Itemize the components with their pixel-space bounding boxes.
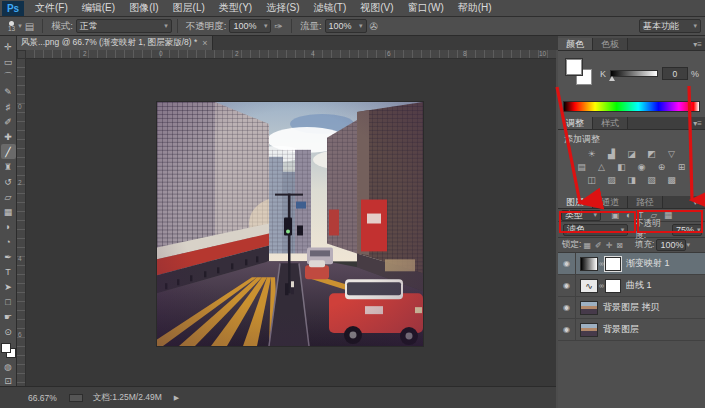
tablet-pressure-opacity-icon[interactable]: ✑ (274, 21, 282, 32)
tool-opacity-select[interactable]: 100% ▾ (229, 19, 271, 33)
tab-color[interactable]: 颜色 (558, 38, 593, 50)
filter-adjustment-layers-icon[interactable]: ◐ (626, 210, 631, 220)
layer-filter-type-select[interactable]: 类型 ▾ (561, 210, 601, 221)
lock-all-icon[interactable]: ⊠ (616, 241, 623, 250)
shape-tool[interactable]: □ (1, 294, 16, 309)
flow-select[interactable]: 100% ▾ (325, 19, 367, 33)
workspace-switcher[interactable]: 基本功能 ▾ (639, 19, 701, 33)
document-tab[interactable]: 风景...png @ 66.7% (渐变映射 1, 图层蒙版/8) * × (17, 36, 213, 50)
black-white-icon[interactable]: ◧ (615, 162, 628, 173)
photo-filter-icon[interactable]: ◉ (635, 162, 648, 173)
layer-row-0[interactable]: ◉∞渐变映射 1 (558, 253, 705, 275)
selective-color-icon[interactable]: ▩ (665, 175, 678, 186)
menubar-item-5[interactable]: 选择(S) (259, 0, 306, 16)
menubar-item-3[interactable]: 图层(L) (166, 0, 212, 16)
posterize-icon[interactable]: ▨ (605, 175, 618, 186)
exposure-icon[interactable]: ◩ (645, 149, 658, 160)
invert-icon[interactable]: ◫ (585, 175, 598, 186)
k-slider[interactable] (610, 70, 658, 77)
history-brush-tool[interactable]: ↺ (1, 174, 16, 189)
move-tool[interactable]: ✛ (1, 39, 16, 54)
channel-mixer-icon[interactable]: ⊕ (655, 162, 668, 173)
color-spectrum-ramp[interactable] (563, 101, 700, 112)
eraser-tool[interactable]: ▱ (1, 189, 16, 204)
brush-preset-picker[interactable]: 13 (8, 21, 15, 31)
curves-icon[interactable]: ◪ (625, 149, 638, 160)
panel-menu-icon[interactable]: ▾≡ (693, 119, 702, 128)
layer-row-2[interactable]: ◉背景图层 拷贝 (558, 297, 705, 319)
color-swatch-pair[interactable] (566, 59, 592, 85)
tab-adjustments[interactable]: 调整 (558, 117, 593, 129)
layer-thumbnail[interactable] (580, 301, 598, 315)
layer-fill-select[interactable]: 100% ▾ (656, 239, 686, 251)
layer-mask-thumbnail[interactable] (605, 257, 621, 271)
hue-saturation-icon[interactable]: ▤ (575, 162, 588, 173)
menubar-item-4[interactable]: 类型(Y) (212, 0, 259, 16)
layer-mask-thumbnail[interactable] (605, 279, 621, 293)
screen-mode-icon[interactable]: ⊡ (4, 376, 12, 386)
gradient-map-icon[interactable]: ▧ (645, 175, 658, 186)
close-icon[interactable]: × (202, 38, 207, 48)
lock-move-icon[interactable]: ✛ (606, 241, 613, 250)
levels-icon[interactable]: ▟ (605, 149, 618, 160)
layer-thumbnail[interactable] (580, 257, 598, 271)
panel-menu-icon[interactable]: ▾≡ (693, 40, 702, 49)
clone-stamp-tool[interactable]: ♜ (1, 159, 16, 174)
layer-row-3[interactable]: ◉背景图层 (558, 319, 705, 341)
mask-link-icon[interactable]: ∞ (599, 282, 604, 289)
threshold-icon[interactable]: ◨ (625, 175, 638, 186)
layer-visibility-eye-icon[interactable]: ◉ (558, 319, 576, 340)
menubar-item-9[interactable]: 帮助(H) (451, 0, 499, 16)
gradient-tool[interactable]: ▦ (1, 204, 16, 219)
color-balance-icon[interactable]: △ (595, 162, 608, 173)
tab-layers[interactable]: 图层 (558, 196, 593, 208)
filter-pixel-layers-icon[interactable]: ▣ (611, 210, 619, 220)
menubar-item-6[interactable]: 滤镜(T) (307, 0, 354, 16)
layer-row-1[interactable]: ◉∿∞曲线 1 (558, 275, 705, 297)
dodge-tool[interactable]: ◔ (1, 234, 16, 249)
vibrance-icon[interactable]: ▽ (665, 149, 678, 160)
tab-styles[interactable]: 样式 (593, 117, 628, 129)
menubar-item-8[interactable]: 窗口(W) (401, 0, 451, 16)
layer-thumbnail[interactable]: ∿ (580, 279, 598, 293)
menubar-item-0[interactable]: 文件(F) (28, 0, 75, 16)
hand-tool[interactable]: ☛ (1, 309, 16, 324)
canvas-photo[interactable] (157, 102, 423, 346)
layer-blend-mode-select[interactable]: 滤色 ▾ (563, 224, 628, 236)
quick-selection-tool[interactable]: ✎ (1, 84, 16, 99)
menubar-item-2[interactable]: 图像(I) (122, 0, 165, 16)
lock-paint-icon[interactable]: ✐ (595, 241, 602, 250)
tab-swatches[interactable]: 色板 (593, 38, 628, 50)
marquee-tool[interactable]: ▭ (1, 54, 16, 69)
lasso-tool[interactable]: ⌒ (1, 69, 16, 84)
panel-menu-icon[interactable]: ▾≡ (693, 198, 702, 207)
color-lookup-icon[interactable]: ⊞ (675, 162, 688, 173)
menubar-item-1[interactable]: 编辑(E) (75, 0, 122, 16)
layer-visibility-eye-icon[interactable]: ◉ (558, 253, 576, 274)
menubar-item-7[interactable]: 视图(V) (353, 0, 400, 16)
tab-paths[interactable]: 路径 (628, 196, 663, 208)
k-value-field[interactable]: 0 (662, 67, 688, 80)
pen-tool[interactable]: ✒ (1, 249, 16, 264)
healing-brush-tool[interactable]: ✚ (1, 129, 16, 144)
tab-channels[interactable]: 通道 (593, 196, 628, 208)
blur-tool[interactable]: ◗ (1, 219, 16, 234)
foreground-color-swatch[interactable] (566, 59, 582, 75)
zoom-tool[interactable]: ⊙ (1, 324, 16, 339)
layer-visibility-eye-icon[interactable]: ◉ (558, 275, 576, 296)
zoom-percentage[interactable]: 66.67% (28, 393, 57, 403)
mask-link-icon[interactable]: ∞ (599, 260, 604, 267)
foreground-background-swatches[interactable] (1, 343, 16, 358)
path-selection-tool[interactable]: ➤ (1, 279, 16, 294)
slider-thumb[interactable] (609, 76, 615, 81)
lock-transparency-icon[interactable]: ▦ (583, 241, 591, 250)
airbrush-icon[interactable]: ✇ (370, 21, 378, 32)
layer-thumbnail[interactable] (580, 323, 598, 337)
quick-mask-icon[interactable]: ◍ (4, 362, 12, 372)
layer-visibility-eye-icon[interactable]: ◉ (558, 297, 576, 318)
layer-opacity-select[interactable]: 75% ▾ (672, 224, 702, 236)
toggle-brush-panel-icon[interactable]: ▤ (25, 21, 34, 32)
tool-blend-mode-select[interactable]: 正常 ▾ (76, 19, 172, 33)
status-options-arrow-icon[interactable]: ▶ (174, 394, 179, 402)
foreground-color-swatch[interactable] (1, 343, 11, 353)
